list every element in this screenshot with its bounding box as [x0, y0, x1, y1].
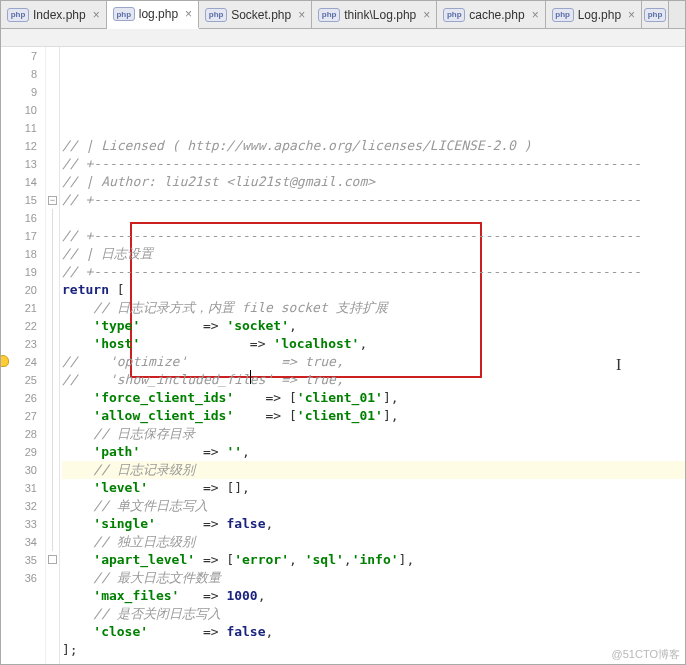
- line-number[interactable]: 22: [1, 317, 37, 335]
- fold-cell[interactable]: [46, 497, 59, 515]
- code-line[interactable]: 'allow_client_ids' => ['client_01'],: [62, 407, 685, 425]
- line-number[interactable]: 18: [1, 245, 37, 263]
- line-number[interactable]: 8: [1, 65, 37, 83]
- fold-cell[interactable]: [46, 299, 59, 317]
- close-icon[interactable]: ×: [93, 8, 100, 22]
- code-line[interactable]: // | Licensed ( http://www.apache.org/li…: [62, 137, 685, 155]
- line-number[interactable]: 19: [1, 263, 37, 281]
- fold-cell[interactable]: [46, 209, 59, 227]
- line-number[interactable]: 23: [1, 335, 37, 353]
- line-number[interactable]: 36: [1, 569, 37, 587]
- line-number-gutter[interactable]: 7891011121314151617181920212223242526272…: [1, 47, 46, 664]
- fold-cell[interactable]: [46, 227, 59, 245]
- fold-cell[interactable]: [46, 479, 59, 497]
- fold-cell[interactable]: [46, 443, 59, 461]
- code-line[interactable]: 'close' => false,: [62, 623, 685, 641]
- line-number[interactable]: 30: [1, 461, 37, 479]
- line-number[interactable]: 15: [1, 191, 37, 209]
- code-line[interactable]: // 单文件日志写入: [62, 497, 685, 515]
- code-line[interactable]: 'single' => false,: [62, 515, 685, 533]
- fold-column[interactable]: −: [46, 47, 60, 664]
- fold-cell[interactable]: [46, 173, 59, 191]
- fold-cell[interactable]: [46, 155, 59, 173]
- close-icon[interactable]: ×: [628, 8, 635, 22]
- line-number[interactable]: 16: [1, 209, 37, 227]
- fold-cell[interactable]: [46, 407, 59, 425]
- fold-cell[interactable]: [46, 515, 59, 533]
- tab-cache-php[interactable]: phpcache.php×: [437, 1, 545, 28]
- fold-cell[interactable]: [46, 371, 59, 389]
- line-number[interactable]: 7: [1, 47, 37, 65]
- fold-cell[interactable]: [46, 335, 59, 353]
- fold-cell[interactable]: [46, 533, 59, 551]
- code-line[interactable]: // | 日志设置: [62, 245, 685, 263]
- code-line[interactable]: ];: [62, 641, 685, 659]
- code-line[interactable]: // 'show_included_files' => true,: [62, 371, 685, 389]
- fold-cell[interactable]: [46, 389, 59, 407]
- tab-log-php[interactable]: phplog.php×: [107, 1, 199, 29]
- line-number[interactable]: 29: [1, 443, 37, 461]
- code-line[interactable]: // 日志记录级别: [62, 461, 685, 479]
- line-number[interactable]: 24: [1, 353, 37, 371]
- code-line[interactable]: 'apart_level' => ['error', 'sql','info']…: [62, 551, 685, 569]
- line-number[interactable]: 31: [1, 479, 37, 497]
- line-number[interactable]: 25: [1, 371, 37, 389]
- code-line[interactable]: [62, 659, 685, 664]
- fold-cell[interactable]: [46, 83, 59, 101]
- fold-cell[interactable]: −: [46, 191, 59, 209]
- fold-cell[interactable]: [46, 281, 59, 299]
- code-line[interactable]: 'force_client_ids' => ['client_01'],: [62, 389, 685, 407]
- line-number[interactable]: 13: [1, 155, 37, 173]
- line-number[interactable]: 11: [1, 119, 37, 137]
- line-number[interactable]: 9: [1, 83, 37, 101]
- line-number[interactable]: 35: [1, 551, 37, 569]
- code-line[interactable]: 'level' => [],: [62, 479, 685, 497]
- lightbulb-icon[interactable]: [1, 355, 9, 367]
- line-number[interactable]: 28: [1, 425, 37, 443]
- code-line[interactable]: // 独立日志级别: [62, 533, 685, 551]
- close-icon[interactable]: ×: [532, 8, 539, 22]
- tab-socket-php[interactable]: phpSocket.php×: [199, 1, 312, 28]
- code-line[interactable]: 'type' => 'socket',: [62, 317, 685, 335]
- code-line[interactable]: // 'optimize' => true,: [62, 353, 685, 371]
- code-line[interactable]: 'host' => 'localhost',: [62, 335, 685, 353]
- fold-cell[interactable]: [46, 101, 59, 119]
- code-line[interactable]: // +------------------------------------…: [62, 263, 685, 281]
- line-number[interactable]: 17: [1, 227, 37, 245]
- line-number[interactable]: 27: [1, 407, 37, 425]
- line-number[interactable]: 32: [1, 497, 37, 515]
- tab-index-php[interactable]: phpIndex.php×: [1, 1, 107, 28]
- line-number[interactable]: 21: [1, 299, 37, 317]
- line-number[interactable]: 26: [1, 389, 37, 407]
- line-number[interactable]: 20: [1, 281, 37, 299]
- code-line[interactable]: // +------------------------------------…: [62, 191, 685, 209]
- line-number[interactable]: 14: [1, 173, 37, 191]
- close-icon[interactable]: ×: [298, 8, 305, 22]
- fold-cell[interactable]: [46, 353, 59, 371]
- tab-think-log-php[interactable]: phpthink\Log.php×: [312, 1, 437, 28]
- line-number[interactable]: 34: [1, 533, 37, 551]
- fold-cell[interactable]: [46, 65, 59, 83]
- code-line[interactable]: // 最大日志文件数量: [62, 569, 685, 587]
- fold-cell[interactable]: [46, 425, 59, 443]
- fold-cell[interactable]: [46, 47, 59, 65]
- code-line[interactable]: // 日志保存目录: [62, 425, 685, 443]
- fold-cell[interactable]: [46, 137, 59, 155]
- fold-minus-icon[interactable]: −: [48, 196, 57, 205]
- code-line[interactable]: 'path' => '',: [62, 443, 685, 461]
- line-number[interactable]: 33: [1, 515, 37, 533]
- code-line[interactable]: // 日志记录方式，内置 file socket 支持扩展: [62, 299, 685, 317]
- fold-cell[interactable]: [46, 461, 59, 479]
- fold-cell[interactable]: [46, 551, 59, 569]
- code-line[interactable]: // +------------------------------------…: [62, 227, 685, 245]
- code-line[interactable]: 'max_files' => 1000,: [62, 587, 685, 605]
- tab-overflow[interactable]: php: [642, 1, 669, 28]
- line-number[interactable]: 10: [1, 101, 37, 119]
- fold-cell[interactable]: [46, 119, 59, 137]
- code-line[interactable]: [62, 209, 685, 227]
- code-area[interactable]: I // | Licensed ( http://www.apache.org/…: [60, 47, 685, 664]
- fold-cell[interactable]: [46, 569, 59, 587]
- fold-cell[interactable]: [46, 317, 59, 335]
- code-line[interactable]: return [: [62, 281, 685, 299]
- fold-cell[interactable]: [46, 263, 59, 281]
